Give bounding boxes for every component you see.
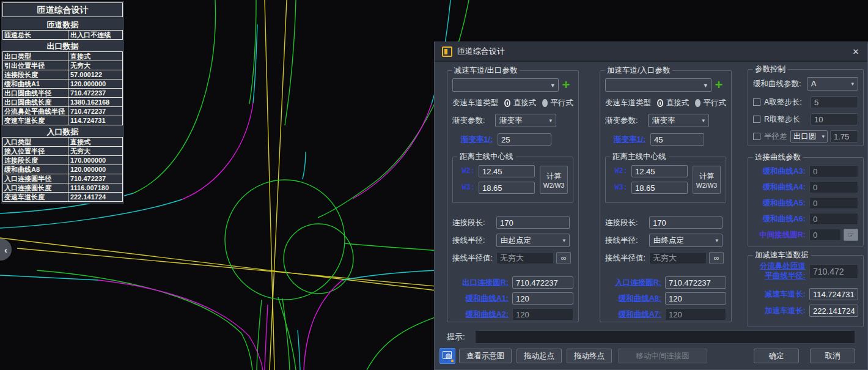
spiral-a3-input	[809, 165, 858, 177]
decel-length-input[interactable]	[809, 288, 858, 300]
table-row: 连接段长度 170.000000	[2, 155, 123, 165]
preview-window-icon-button[interactable]	[440, 348, 455, 364]
add-accel-lane-button[interactable]: +	[712, 78, 726, 92]
taper-rate-input[interactable]	[650, 133, 704, 146]
spiral-a1-input[interactable]	[512, 292, 573, 305]
taper-rate-link[interactable]: 渐变率1/:	[614, 135, 645, 145]
middle-circle-link[interactable]: 中间接线圆R:	[753, 230, 806, 240]
move-middle-circle-button: 移动中间连接圆	[618, 349, 707, 363]
table-row: 引出位置半径 无穷大	[2, 61, 123, 70]
decel-length-label: 减速车道长:	[753, 289, 806, 300]
spiral-a8-input[interactable]	[665, 292, 726, 305]
radio-parallel-label[interactable]: 平行式	[551, 98, 574, 108]
w3-label: W3:	[611, 183, 628, 192]
a-step-checkbox[interactable]	[753, 98, 760, 106]
dot-icon	[451, 360, 454, 362]
radius-mode-select[interactable]: 由终点定 ▾	[649, 234, 723, 247]
w3-input[interactable]	[479, 182, 535, 194]
spiral-a2-input	[512, 308, 573, 320]
segment-length-input[interactable]	[496, 216, 570, 229]
accel-length-input[interactable]	[809, 305, 858, 317]
radio-parallel[interactable]	[695, 99, 700, 107]
decel-distance-group: 距离主线中心线 W2: W3: 计算 W2/W3	[452, 157, 573, 203]
spiral-a7-link[interactable]: 缓和曲线A7:	[605, 309, 661, 320]
taper-param-select[interactable]: 渐变率 ▾	[495, 114, 556, 127]
radio-parallel-label[interactable]: 平行式	[704, 98, 727, 108]
radio-direct-label[interactable]: 直接式	[513, 98, 537, 108]
table-row: 变速车道长度 222.141724	[2, 192, 123, 202]
spiral-a1-link[interactable]: 缓和曲线A1:	[452, 294, 509, 304]
r-step-checkbox[interactable]	[753, 116, 760, 123]
footer-buttons: 查看示意图 拖动起点 拖动终点 移动中间连接圆 确定 取消	[440, 348, 859, 364]
radio-parallel[interactable]	[542, 99, 547, 107]
spiral-a3-link[interactable]: 缓和曲线A3:	[753, 166, 806, 177]
spiral-a8-link[interactable]: 缓和曲线A8:	[605, 294, 661, 304]
accel-group-title: 加速车道/入口参数	[605, 65, 672, 76]
table-row: 匝道总长 出入口不连续	[2, 30, 123, 40]
infinity-button[interactable]: ∞	[556, 252, 571, 264]
spiral-param-select[interactable]: A ▾	[807, 77, 858, 91]
calc-w2w3-button[interactable]: 计算 W2/W3	[540, 166, 568, 194]
chevron-down-icon: ▾	[704, 81, 707, 89]
accel-group: 加速车道/入口参数 ▾ + 变速车道类型 直接式 平行式 渐变参数: 渐变率 ▾	[600, 70, 732, 322]
chevron-down-icon: ▾	[551, 81, 554, 89]
table-row: 出口类型 直接式	[2, 51, 123, 61]
accel-lane-combobox[interactable]: ▾	[605, 78, 712, 92]
taper-param-select[interactable]: 渐变率 ▾	[648, 114, 709, 127]
accel-length-label: 加速车道长:	[753, 306, 806, 316]
pick-point-button[interactable]: ☞	[844, 229, 858, 241]
drag-start-button[interactable]: 拖动起点	[517, 349, 562, 363]
w2-input[interactable]	[631, 165, 688, 177]
close-icon[interactable]: ×	[853, 46, 859, 57]
segment-length-input[interactable]	[649, 216, 723, 229]
segment-length-label: 连接段长:	[452, 218, 496, 228]
result-overlay-table: 匝道综合设计 匝道数据 匝道总长 出入口不连续 出口数据 出口类型 直接式 引出…	[1, 1, 124, 204]
spiral-a4-link[interactable]: 缓和曲线A4:	[753, 182, 806, 193]
table-row: 接入位置半径 无穷大	[2, 146, 123, 156]
table-row: 连接段长度 57.000122	[2, 70, 123, 80]
calc-w2w3-button[interactable]: 计算 W2/W3	[693, 166, 721, 194]
table-row: 入口连接圆半径 710.472237	[2, 174, 123, 183]
spiral-a2-link[interactable]: 缓和曲线A2:	[452, 309, 509, 320]
view-schematic-button[interactable]: 查看示意图	[459, 349, 512, 363]
chevron-down-icon: ▾	[562, 237, 565, 243]
table-row: 缓和曲线A8 120.000000	[2, 165, 123, 174]
lane-data-group: 加减速车道数据 分流鼻处匝道 平曲线半径: 减速车道长: 加速车道长:	[748, 255, 864, 327]
w2-label: W2:	[611, 167, 628, 176]
lane-data-title: 加减速车道数据	[752, 250, 811, 261]
a-step-label: A取整步长:	[764, 97, 811, 108]
w2-input[interactable]	[479, 165, 535, 177]
taper-rate-link[interactable]: 渐变率1/:	[461, 135, 493, 145]
add-decel-lane-button[interactable]: +	[559, 78, 573, 92]
infinity-button[interactable]: ∞	[709, 252, 724, 264]
drag-end-button[interactable]: 拖动终点	[567, 349, 612, 363]
chevron-down-icon: ▾	[822, 133, 825, 139]
radius-diff-select[interactable]: 出口圆 ▾	[790, 130, 828, 142]
radio-direct-label[interactable]: 直接式	[666, 98, 690, 108]
radius-diff-checkbox[interactable]	[753, 133, 760, 140]
spiral-param-label: 缓和曲线参数:	[753, 79, 807, 89]
ok-button[interactable]: 确定	[754, 349, 799, 363]
nose-radius-link[interactable]: 分流鼻处匝道 平曲线半径:	[753, 262, 806, 281]
entry-circle-input[interactable]	[665, 276, 726, 289]
cancel-button[interactable]: 取消	[810, 349, 855, 363]
taper-rate-input[interactable]	[498, 133, 551, 146]
entry-circle-link[interactable]: 入口连接圆R:	[605, 278, 661, 288]
exit-circle-input[interactable]	[512, 276, 573, 289]
table-row: 入口类型 直接式	[2, 137, 123, 147]
radius-mode-select[interactable]: 由起点定 ▾	[496, 234, 570, 247]
plus-icon: +	[562, 78, 570, 92]
w3-label: W3:	[458, 183, 475, 192]
table-row: 出口圆曲线半径 710.472237	[2, 88, 123, 98]
decel-lane-combobox[interactable]: ▾	[452, 78, 559, 92]
radio-direct[interactable]	[657, 99, 663, 107]
spiral-a5-link[interactable]: 缓和曲线A5:	[753, 198, 806, 209]
exit-circle-link[interactable]: 出口连接圆R:	[452, 278, 509, 288]
radio-direct[interactable]	[504, 99, 510, 107]
dialog-titlebar[interactable]: 匝道综合设计 ×	[435, 42, 867, 62]
w3-input[interactable]	[631, 182, 688, 194]
chevron-down-icon: ▾	[715, 237, 718, 243]
spiral-a6-link[interactable]: 缓和曲线A6:	[753, 214, 806, 224]
taper-param-label: 渐变参数:	[605, 116, 648, 126]
r-step-input	[811, 113, 858, 125]
